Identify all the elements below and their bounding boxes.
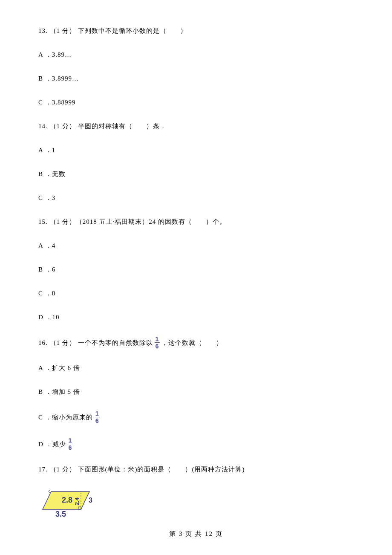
- q13-stem: 13. （1 分） 下列数中不是循环小数的是（ ）: [38, 26, 354, 36]
- figure-label-height: 2.4: [74, 497, 80, 505]
- q14-option-a: A ．1: [38, 145, 354, 155]
- page-footer: 第 3 页 共 12 页: [0, 530, 392, 538]
- q14-stem: 14. （1 分） 半圆的对称轴有（ ）条．: [38, 121, 354, 131]
- fraction-denominator: 6: [155, 342, 160, 349]
- q14-option-c: C ．3: [38, 193, 354, 203]
- q13-option-b: B ．3.8999…: [38, 73, 354, 84]
- q16-option-a: A ．扩大 6 倍: [38, 363, 354, 373]
- fraction-denominator: 6: [68, 444, 73, 451]
- q16-stem-post: ，这个数就（ ）: [161, 338, 223, 348]
- q16-stem-pre: 16. （1 分） 一个不为零的自然数除以: [38, 338, 153, 348]
- figure-label-top: 2.8: [62, 496, 72, 504]
- q17-stem: 17. （1 分） 下面图形(单位：米)的面积是（ ）(用两种方法计算): [38, 464, 354, 474]
- q16-option-d: D ．减少 1 6: [38, 437, 354, 451]
- q16-option-d-text: D ．减少: [38, 439, 66, 449]
- fraction-1-6-icon: 1 6: [95, 410, 100, 424]
- q15-option-d: D ．10: [38, 312, 354, 322]
- fraction-numerator: 1: [68, 437, 73, 444]
- q15-option-c: C ．8: [38, 288, 354, 298]
- q15-stem: 15. （1 分）（2018 五上·福田期末）24 的因数有（ ）个。: [38, 217, 354, 227]
- q16-option-c-text: C ．缩小为原来的: [38, 412, 93, 422]
- fraction-1-6-icon: 1 6: [155, 336, 160, 349]
- fraction-numerator: 1: [95, 410, 100, 417]
- q16-stem: 16. （1 分） 一个不为零的自然数除以 1 6 ，这个数就（ ）: [38, 336, 223, 349]
- q14-option-b: B ．无数: [38, 169, 354, 179]
- q15-option-a: A ．4: [38, 240, 354, 251]
- q13-option-c: C ．3.88999: [38, 97, 354, 107]
- fraction-numerator: 1: [155, 336, 160, 342]
- figure-label-bottom: 3.5: [55, 510, 66, 518]
- fraction-denominator: 6: [95, 417, 100, 424]
- fraction-1-6-icon: 1 6: [68, 437, 73, 451]
- q17-figure: 2.8 2.4 3 3.5: [38, 488, 354, 520]
- q13-option-a: A ．3.89…: [38, 49, 354, 60]
- q16-option-b: B ．增加 5 倍: [38, 387, 354, 397]
- figure-label-right: 3: [89, 497, 92, 504]
- q16-option-c: C ．缩小为原来的 1 6: [38, 410, 354, 424]
- parallelogram-icon: 2.8 2.4 3 3.5: [38, 488, 98, 518]
- q15-option-b: B ．6: [38, 264, 354, 275]
